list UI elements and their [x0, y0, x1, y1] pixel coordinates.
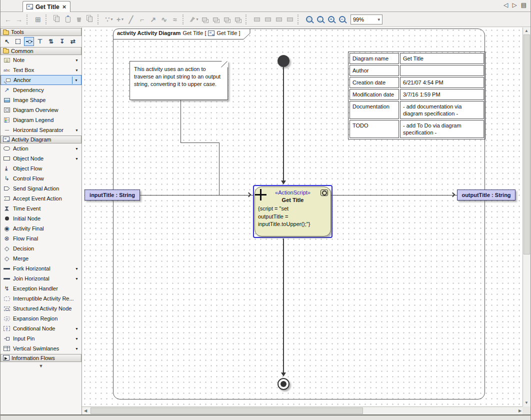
copy-button[interactable] — [52, 14, 62, 26]
palette-scroll-down[interactable]: ▼ — [0, 362, 82, 368]
prev-diagram-tab-icon[interactable]: ◁ — [504, 2, 508, 8]
stamp-tool[interactable]: ⊤ — [35, 37, 45, 46]
scroll-down-icon[interactable]: ▼ — [523, 400, 530, 406]
dropdown-arrow-icon[interactable]: ▼ — [72, 76, 79, 84]
zoom-combo[interactable]: 99% ▾ — [350, 14, 382, 24]
anchor-line-segment[interactable] — [219, 142, 220, 195]
palette-item-initial-node[interactable]: Initial Node — [0, 214, 82, 224]
line-custom-button[interactable]: ≈ — [170, 14, 180, 26]
dropdown-arrow-icon[interactable]: ▼ — [75, 277, 78, 280]
palette-item-structured-activity-node[interactable]: Structured Activity Node — [0, 304, 82, 314]
align-tool[interactable]: ↧ — [57, 37, 67, 46]
palette-item-object-node[interactable]: Object Node▼ — [0, 154, 82, 164]
vertical-scrollbar[interactable]: ▲ ▼ — [522, 28, 530, 406]
dropdown-arrow-icon[interactable]: ▼ — [75, 157, 78, 160]
anchor-tool[interactable] — [24, 37, 34, 46]
zoom-fit-button[interactable]: □ — [304, 14, 314, 26]
diagram-canvas[interactable]: activity Activity Diagram Get Title [ Ge… — [82, 28, 524, 406]
parameter-node-input[interactable]: inputTitle : String — [84, 190, 140, 200]
palette-item-conditional-node[interactable]: ifConditional Node▼ — [0, 324, 82, 334]
palette-section-tools[interactable]: Tools — [0, 28, 82, 36]
palette-item-dependency[interactable]: ↗Dependency — [0, 85, 82, 95]
line-straight-button[interactable]: ╱ — [126, 14, 136, 26]
palette-item-text-box[interactable]: abcText Box▼ — [0, 65, 82, 75]
zoom-1-1-button[interactable]: ⁚ — [314, 14, 326, 26]
quick-layout-button[interactable]: ∵▾ — [104, 14, 114, 26]
dropdown-arrow-icon[interactable]: ▼ — [75, 147, 78, 150]
bring-to-front-button[interactable] — [222, 14, 232, 26]
forward-button[interactable]: → — [14, 14, 24, 26]
delete-button[interactable] — [74, 14, 84, 26]
smart-manipulator-gear-icon[interactable] — [320, 190, 328, 196]
select-tool[interactable]: ↖ — [2, 37, 12, 46]
chevron-down-icon[interactable]: ▾ — [196, 17, 198, 22]
palette-item-note[interactable]: Note▼ — [0, 55, 82, 65]
palette-item-time-event[interactable]: Time Event — [0, 204, 82, 214]
palette-item-object-flow[interactable]: ⇥Object Flow — [0, 164, 82, 174]
vertical-scroll-thumb[interactable] — [524, 34, 530, 254]
format-painter-button[interactable]: ▾ — [188, 14, 200, 26]
horizontal-scrollbar[interactable]: ◀ ▶ — [82, 406, 524, 414]
palette-item-diagram-legend[interactable]: Diagram Legend — [0, 115, 82, 125]
palette-section-activity-diagram[interactable]: Activity Diagram — [0, 136, 82, 144]
palette-item-vertical-swimlanes[interactable]: Vertical Swimlanes▼ — [0, 344, 82, 354]
palette-item-diagram-overview[interactable]: Diagram Overview — [0, 105, 82, 115]
dropdown-arrow-icon[interactable]: ▼ — [75, 58, 78, 62]
back-button[interactable]: ← — [2, 14, 14, 26]
parameter-node-output[interactable]: outputTitle : String — [457, 190, 516, 200]
window-button[interactable] — [274, 14, 284, 26]
paste-button[interactable] — [62, 14, 74, 26]
palette-item-accept-event-action[interactable]: Accept Event Action — [0, 194, 82, 204]
zoom-out-button[interactable]: − — [336, 14, 348, 26]
dropdown-arrow-icon[interactable]: ▼ — [75, 337, 78, 340]
swap-tool[interactable]: ⇄ — [68, 37, 78, 46]
palette-item-control-flow[interactable]: ↳Control Flow — [0, 174, 82, 184]
palette-item-exception-handler[interactable]: ↯Exception Handler — [0, 284, 82, 294]
palette-item-interruptible-activity-re[interactable]: Interruptible Activity Re... — [0, 294, 82, 304]
add-related-button[interactable]: +▾ — [114, 14, 126, 26]
frame-button[interactable] — [284, 14, 296, 26]
dropdown-arrow-icon[interactable]: ▼ — [75, 347, 78, 350]
bring-forward-button[interactable] — [200, 14, 210, 26]
send-backward-button[interactable] — [210, 14, 222, 26]
anchor-line-segment[interactable] — [180, 142, 220, 143]
palette-item-input-pin[interactable]: Input Pin▼ — [0, 334, 82, 344]
palette-item-anchor[interactable]: Anchor▼ — [0, 75, 82, 85]
tab-list-icon[interactable]: ▤ — [521, 2, 526, 8]
zoom-in-button[interactable]: + — [326, 14, 336, 26]
palette-item-join-horizontal[interactable]: Join Horizontal▼ — [0, 274, 82, 284]
dropdown-arrow-icon[interactable]: ▼ — [75, 128, 78, 132]
diagram-info-table[interactable]: Diagram nameGet TitleAuthorCreation date… — [348, 52, 486, 140]
line-rectilinear-button[interactable]: ⌐ — [136, 14, 148, 26]
diagram-tab-get-title[interactable]: Get Title × — [22, 1, 70, 12]
close-tab-icon[interactable]: × — [62, 3, 67, 10]
paste-with-layout-button[interactable] — [84, 14, 96, 26]
horizontal-scroll-thumb[interactable] — [90, 408, 363, 414]
palette-item-horizontal-separator[interactable]: ----Horizontal Separator▼ — [0, 125, 82, 135]
anchor-line-segment[interactable] — [180, 100, 181, 142]
frame-header[interactable]: activity Activity Diagram Get Title [ Ge… — [117, 30, 240, 36]
control-flow-in[interactable] — [283, 67, 284, 182]
line-curved-button[interactable]: ∿ — [158, 14, 170, 26]
dropdown-arrow-icon[interactable]: ▼ — [75, 327, 78, 330]
palette-item-activity-final[interactable]: ◉Activity Final — [0, 224, 82, 234]
palette-item-merge[interactable]: ◇Merge — [0, 254, 82, 264]
chevron-down-icon[interactable]: ▾ — [122, 17, 124, 22]
resize-button[interactable] — [252, 14, 262, 26]
distribute-tool[interactable]: ⇅ — [46, 37, 56, 46]
palette-item-expansion-region[interactable]: Expansion Region — [0, 314, 82, 324]
palette-item-image-shape[interactable]: Image Shape — [0, 95, 82, 105]
scroll-left-icon[interactable]: ◀ — [82, 408, 89, 414]
initial-node[interactable] — [278, 55, 290, 67]
next-diagram-tab-icon[interactable]: ▷ — [512, 2, 516, 8]
palette-item-send-signal-action[interactable]: Send Signal Action — [0, 184, 82, 194]
palette-item-fork-horizontal[interactable]: Fork Horizontal▼ — [0, 264, 82, 274]
dropdown-arrow-icon[interactable]: ▼ — [75, 68, 78, 72]
control-flow-out[interactable] — [283, 238, 284, 372]
scroll-up-icon[interactable]: ▲ — [523, 28, 530, 34]
containment-tree-button[interactable]: ⊞ — [32, 14, 44, 26]
object-flow-output[interactable] — [331, 195, 457, 196]
palette-section-common[interactable]: Common — [0, 47, 82, 55]
activity-final-node[interactable] — [278, 378, 290, 390]
palette-section-information-flows[interactable]: Information Flows — [0, 354, 82, 362]
